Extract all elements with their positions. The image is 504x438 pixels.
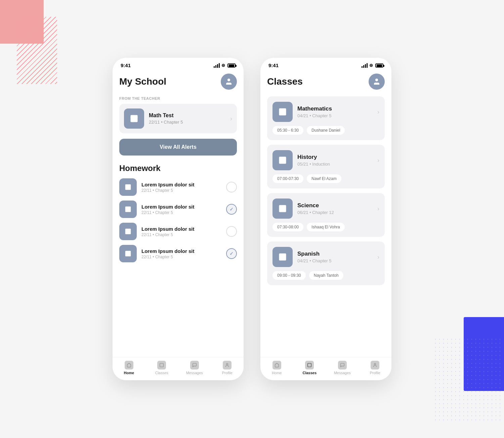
class-card-history[interactable]: History 05/21 • Induction › 07:00-07:30 … — [267, 145, 385, 188]
class-chevron-science: › — [377, 205, 379, 212]
class-tags-history: 07:00-07:30 Nawf El Azam — [272, 174, 379, 183]
class-card-top-math: Mathematics 04/21 • Chapter 5 › — [272, 102, 379, 122]
class-teacher-history: Nawf El Azam — [307, 174, 341, 183]
hw-title-2: Lorem Ipsum dolor sit — [141, 204, 221, 210]
svg-rect-8 — [279, 205, 286, 212]
tab-label-messages-2: Messages — [334, 371, 351, 375]
class-card-spanish[interactable]: Spanish 04/21 • Chapter 5 › 09:00 - 09:3… — [267, 242, 385, 285]
class-tags-math: 05:30 - 6:30 Dushane Daniel — [272, 126, 379, 135]
homework-item[interactable]: Lorem Ipsum dolor sit 22/11 • Chapter 5 — [119, 245, 237, 262]
home-icon-2 — [272, 361, 281, 369]
classes-icon-1 — [157, 361, 166, 369]
hw-check-1[interactable] — [226, 182, 237, 192]
messages-icon-1 — [190, 361, 199, 369]
tab-home-1[interactable]: Home — [113, 361, 145, 375]
class-title-spanish: Spanish — [297, 251, 373, 257]
tab-classes-2[interactable]: Classes — [293, 361, 326, 375]
class-thumb-icon-math — [278, 107, 287, 117]
hw-info-1: Lorem Ipsum dolor sit 22/11 • Chapter 5 — [141, 182, 221, 193]
class-title-science: Science — [297, 202, 373, 209]
profile-icon-1 — [223, 361, 232, 369]
phone-1: 9:41 ⊜ My School FROM TH — [113, 58, 244, 380]
alert-info: Math Test 22/11 • Chapter 5 — [149, 113, 225, 125]
phone-1-content: My School FROM THE TEACHER — [113, 70, 244, 357]
homework-section: Homework Lorem Ipsum dolor sit 22/11 • C… — [119, 164, 237, 262]
hw-title-3: Lorem Ipsum dolor sit — [141, 226, 221, 232]
hw-subtitle-1: 22/11 • Chapter 5 — [141, 188, 221, 193]
svg-rect-6 — [279, 108, 286, 116]
hw-title-1: Lorem Ipsum dolor sit — [141, 182, 221, 187]
class-subtitle-spanish: 04/21 • Chapter 5 — [297, 258, 373, 263]
battery-icon-1 — [227, 63, 236, 68]
class-thumb-history — [272, 150, 293, 170]
view-all-alerts-button[interactable]: View All Alerts — [119, 139, 237, 156]
hw-thumb-4 — [119, 245, 137, 262]
hw-thumb-icon-4 — [124, 250, 132, 257]
svg-rect-7 — [279, 157, 286, 164]
svg-rect-9 — [279, 254, 286, 261]
wifi-icon-2: ⊜ — [369, 63, 373, 68]
alert-card[interactable]: Math Test 22/11 • Chapter 5 › — [119, 104, 237, 133]
class-card-science[interactable]: Science 06/21 • Chapter 12 › 07:30-08:00… — [267, 193, 385, 237]
hw-check-2[interactable] — [226, 204, 237, 215]
phone-2-content: Classes Mathematics — [260, 70, 391, 357]
tab-home-2[interactable]: Home — [260, 361, 293, 375]
class-time-history: 07:00-07:30 — [272, 174, 303, 183]
hw-check-4[interactable] — [226, 248, 237, 259]
hw-thumb-2 — [119, 201, 137, 218]
messages-icon-2 — [338, 361, 347, 369]
tab-bar-2: Home Classes Messages Profile — [260, 357, 391, 380]
homework-item[interactable]: Lorem Ipsum dolor sit 22/11 • Chapter 5 — [119, 201, 237, 218]
signal-icon-2 — [362, 63, 368, 68]
hw-subtitle-2: 22/11 • Chapter 5 — [141, 210, 221, 215]
class-tags-science: 07:30-08:00 Ishaaq El Vohra — [272, 223, 379, 231]
tab-messages-2[interactable]: Messages — [326, 361, 359, 375]
class-title-history: History — [297, 154, 373, 161]
status-bar-2: 9:41 ⊜ — [260, 58, 391, 70]
alert-subtitle: 22/11 • Chapter 5 — [149, 120, 225, 125]
classes-icon-2 — [305, 361, 314, 369]
status-icons-2: ⊜ — [362, 63, 383, 68]
class-thumb-icon-science — [278, 204, 287, 213]
homework-item[interactable]: Lorem Ipsum dolor sit 22/11 • Chapter 5 — [119, 178, 237, 196]
hw-thumb-icon-1 — [124, 183, 132, 191]
tab-messages-1[interactable]: Messages — [178, 361, 211, 375]
profile-icon-2 — [371, 361, 379, 369]
class-title-math: Mathematics — [297, 105, 373, 112]
wifi-icon-1: ⊜ — [221, 63, 225, 68]
hw-info-3: Lorem Ipsum dolor sit 22/11 • Chapter 5 — [141, 226, 221, 237]
phones-container: 9:41 ⊜ My School FROM TH — [113, 58, 391, 380]
class-teacher-science: Ishaaq El Vohra — [307, 223, 345, 231]
tab-label-classes-2: Classes — [302, 371, 317, 375]
hw-thumb-icon-2 — [124, 206, 132, 213]
class-card-math[interactable]: Mathematics 04/21 • Chapter 5 › 05:30 - … — [267, 96, 385, 140]
class-card-top-history: History 05/21 • Induction › — [272, 150, 379, 170]
tab-profile-2[interactable]: Profile — [359, 361, 392, 375]
class-card-top-science: Science 06/21 • Chapter 12 › — [272, 199, 379, 219]
class-thumb-science — [272, 199, 293, 219]
tab-label-classes-1: Classes — [155, 371, 168, 375]
tab-bar-1: Home Classes Messages Profile — [113, 357, 244, 380]
signal-icon-1 — [214, 63, 220, 68]
class-subtitle-history: 05/21 • Induction — [297, 162, 373, 167]
class-info-science: Science 06/21 • Chapter 12 — [297, 202, 373, 215]
class-chevron-math: › — [377, 108, 379, 116]
avatar-1[interactable] — [221, 74, 237, 90]
page-title-2: Classes — [267, 76, 303, 87]
svg-rect-1 — [125, 184, 131, 190]
hw-info-2: Lorem Ipsum dolor sit 22/11 • Chapter 5 — [141, 204, 221, 215]
class-thumb-spanish — [272, 247, 293, 267]
svg-rect-5 — [160, 363, 164, 367]
classes-svg-2 — [307, 363, 312, 367]
avatar-icon-2 — [373, 78, 381, 86]
phone-2: 9:41 ⊜ Classes — [260, 58, 391, 380]
tab-classes-1[interactable]: Classes — [145, 361, 178, 375]
avatar-2[interactable] — [369, 74, 385, 90]
hw-check-3[interactable] — [226, 226, 237, 237]
tab-profile-1[interactable]: Profile — [211, 361, 244, 375]
homework-item[interactable]: Lorem Ipsum dolor sit 22/11 • Chapter 5 — [119, 223, 237, 240]
tab-label-home-1: Home — [124, 371, 134, 375]
messages-svg-2 — [340, 363, 345, 367]
page-title-1: My School — [119, 76, 166, 87]
class-tags-spanish: 09:00 - 09:30 Nayah Tantoh — [272, 271, 379, 280]
